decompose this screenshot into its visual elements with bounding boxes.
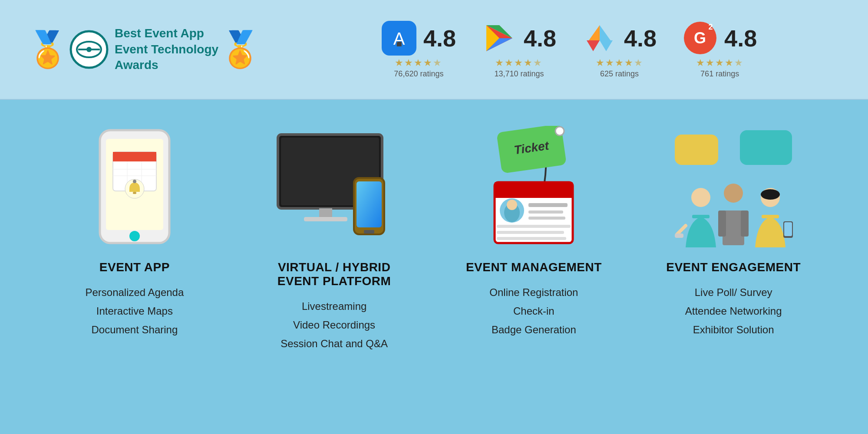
svg-point-53 (691, 188, 710, 207)
event-engagement-item-1: Live Poll/ Survey (685, 283, 782, 302)
svg-rect-64 (784, 222, 792, 236)
event-app-item-3: Document Sharing (85, 320, 184, 339)
svg-rect-48 (497, 225, 571, 228)
playstore-count: 13,710 ratings (494, 69, 544, 79)
event-management-item-3: Badge Generation (489, 320, 578, 339)
event-management-illustration: Ticket (473, 126, 594, 247)
virtual-hybrid-item-1: Livestreaming (281, 297, 388, 316)
svg-rect-41 (495, 192, 573, 198)
svg-text:⬛: ⬛ (396, 41, 402, 47)
svg-rect-47 (528, 217, 565, 220)
svg-point-37 (555, 127, 564, 135)
playstore-score: 4.8 (524, 25, 556, 52)
appstore-stars: ★★★★★ (395, 57, 442, 69)
svg-rect-30 (319, 208, 332, 218)
svg-rect-20 (113, 157, 156, 161)
svg-rect-31 (304, 217, 347, 221)
event-app-item-2: Interactive Maps (85, 302, 184, 320)
event-app-items: Personalized Agenda Interactive Maps Doc… (85, 283, 184, 339)
laurel-right-icon: 🏅 (218, 32, 262, 67)
svg-rect-50 (497, 237, 566, 240)
event-engagement-items: Live Poll/ Survey Attendee Networking Ex… (685, 283, 782, 339)
event-management-item-1: Online Registration (489, 283, 578, 302)
playstore-stars: ★★★★★ (495, 57, 543, 69)
g2-rating: G 2 4.8 ★★★★★ 761 ratings (683, 21, 757, 79)
svg-point-3 (86, 47, 92, 52)
virtual-hybrid-item-2: Video Recordings (281, 316, 388, 334)
svg-rect-59 (718, 210, 726, 237)
feature-event-engagement: EVENT ENGAGEMENT Live Poll/ Survey Atten… (638, 126, 829, 339)
svg-rect-26 (133, 192, 136, 194)
svg-point-44 (507, 200, 517, 210)
svg-point-17 (129, 231, 140, 241)
appstore-count: 76,620 ratings (394, 69, 443, 79)
event-engagement-title: EVENT ENGAGEMENT (666, 260, 801, 274)
svg-rect-34 (356, 181, 382, 227)
virtual-hybrid-icon-container (269, 126, 399, 247)
virtual-hybrid-item-3: Session Chat and Q&A (281, 334, 388, 353)
svg-rect-51 (740, 130, 792, 165)
capterra-rating: 4.8 ★★★★★ 625 ratings (582, 21, 657, 79)
g2-stars: ★★★★★ (696, 57, 744, 69)
playstore-icon (482, 21, 517, 56)
appstore-score: 4.8 (423, 25, 456, 52)
event-engagement-item-2: Attendee Networking (685, 302, 782, 320)
main-content: EVENT APP Personalized Agenda Interactiv… (0, 100, 868, 434)
g2-count: 761 ratings (700, 69, 739, 79)
award-section: 🏅 Best Event App Event Technology Awards… (26, 26, 262, 73)
svg-rect-56 (675, 233, 683, 238)
appstore-rating: A ⬛ 4.8 ★★★★★ 76,620 ratings (382, 21, 456, 79)
appstore-icon: A ⬛ (382, 21, 416, 56)
event-engagement-illustration (668, 126, 799, 247)
event-engagement-item-3: Exhibitor Solution (685, 320, 782, 339)
event-management-icon-container: Ticket (473, 126, 594, 247)
event-engagement-icon-container (668, 126, 799, 247)
g2-score: 4.8 (724, 25, 757, 52)
event-management-items: Online Registration Check-in Badge Gener… (489, 283, 578, 339)
capterra-score: 4.8 (624, 25, 657, 52)
svg-rect-35 (364, 230, 374, 233)
award-badge-icon (69, 30, 109, 69)
svg-rect-62 (762, 215, 779, 218)
event-management-item-2: Check-in (489, 302, 578, 320)
feature-event-app: EVENT APP Personalized Agenda Interactiv… (39, 126, 230, 339)
capterra-icon (582, 21, 617, 56)
event-app-item-1: Personalized Agenda (85, 283, 184, 302)
laurel-left-icon: 🏅 (26, 32, 69, 67)
ratings-section: A ⬛ 4.8 ★★★★★ 76,620 ratings (297, 21, 842, 79)
svg-rect-45 (528, 203, 568, 207)
capterra-stars: ★★★★★ (596, 57, 644, 69)
svg-point-65 (761, 189, 780, 200)
virtual-hybrid-illustration (269, 126, 399, 247)
feature-event-management: Ticket EVENT MANAGEMENT Onlin (438, 126, 629, 339)
g2-icon: G 2 (683, 21, 717, 56)
capterra-count: 625 ratings (600, 69, 639, 79)
svg-rect-60 (741, 210, 749, 237)
svg-rect-52 (675, 135, 718, 165)
virtual-hybrid-title: VIRTUAL / HYBRID EVENT PLATFORM (277, 260, 391, 288)
svg-rect-54 (692, 215, 710, 218)
playstore-rating: 4.8 ★★★★★ 13,710 ratings (482, 21, 556, 79)
svg-marker-13 (587, 40, 600, 51)
award-title: Best Event App Event Technology Awards (115, 26, 218, 73)
svg-rect-49 (497, 231, 564, 234)
svg-point-57 (724, 184, 743, 203)
event-app-illustration (91, 126, 178, 247)
event-management-title: EVENT MANAGEMENT (466, 260, 602, 274)
svg-line-55 (677, 226, 686, 234)
svg-marker-12 (600, 25, 611, 40)
event-app-icon-container (91, 126, 178, 247)
svg-rect-46 (528, 210, 563, 214)
virtual-hybrid-items: Livestreaming Video Recordings Session C… (281, 297, 388, 353)
feature-virtual-hybrid: VIRTUAL / HYBRID EVENT PLATFORM Livestre… (239, 126, 430, 353)
header-section: 🏅 Best Event App Event Technology Awards… (0, 0, 868, 100)
event-app-title: EVENT APP (99, 260, 170, 274)
svg-marker-11 (589, 25, 600, 40)
svg-marker-14 (600, 40, 613, 51)
svg-point-27 (133, 180, 136, 183)
